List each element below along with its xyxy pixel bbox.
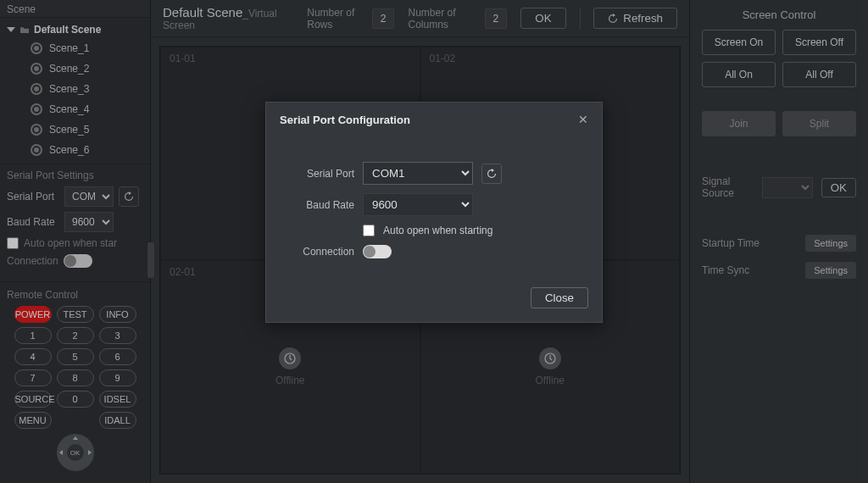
- modal-auto-open-label: Auto open when starting: [383, 225, 492, 236]
- modal-connection-label: Connection: [287, 246, 354, 258]
- modal-serial-select[interactable]: COM1: [363, 162, 473, 185]
- modal-overlay: Serial Port Configuration ✕ Serial Port …: [0, 0, 868, 483]
- modal-title: Serial Port Configuration: [280, 114, 410, 126]
- modal-close-button[interactable]: Close: [531, 287, 588, 308]
- close-icon[interactable]: ✕: [578, 113, 588, 126]
- serial-config-modal: Serial Port Configuration ✕ Serial Port …: [265, 102, 603, 323]
- modal-baud-label: Baud Rate: [287, 199, 354, 211]
- modal-serial-label: Serial Port: [287, 168, 354, 180]
- modal-refresh-icon[interactable]: [481, 164, 502, 184]
- modal-auto-open-checkbox[interactable]: [363, 225, 375, 236]
- modal-connection-toggle[interactable]: [363, 245, 392, 258]
- modal-baud-select[interactable]: 9600: [363, 193, 473, 216]
